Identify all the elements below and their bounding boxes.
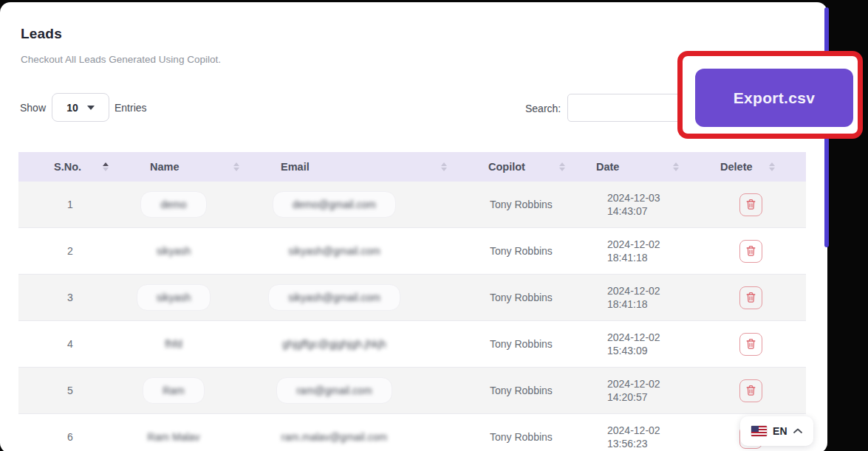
table-body: 1 demo demo@gmail.com Tony Robbins 2024-…: [18, 182, 806, 451]
sno-value: 6: [67, 431, 73, 443]
trash-icon: [745, 338, 756, 350]
cell-email: demo@gmail.com: [259, 182, 462, 227]
name-value: Ram: [163, 385, 185, 396]
copilot-value: Tony Robbins: [490, 292, 553, 303]
leads-table: S.No. Name Email Copilot Date Delete: [18, 152, 806, 451]
delete-button[interactable]: [739, 286, 762, 309]
cell-sno: 2: [18, 228, 122, 274]
page-size-value: 10: [66, 102, 78, 114]
column-header-copilot[interactable]: Copilot: [462, 152, 580, 182]
sno-value: 3: [67, 292, 73, 303]
copilot-value: Tony Robbins: [490, 385, 553, 396]
cell-sno: 6: [18, 414, 122, 451]
export-highlight-annotation: Export.csv: [677, 51, 863, 139]
cell-delete: [713, 368, 806, 413]
column-header-delete[interactable]: Delete: [713, 152, 806, 182]
time-value: 18:41:18: [607, 297, 660, 311]
email-value: sikyash@gmail.com: [288, 245, 380, 257]
cell-copilot: Tony Robbins: [462, 228, 580, 274]
page-title: Leads: [21, 26, 62, 42]
time-value: 15:43:09: [607, 344, 660, 357]
table-row: 4 fhfd ghjgffgc@gjghjgh.jhkjh Tony Robbi…: [18, 321, 806, 368]
cell-delete: [713, 275, 806, 320]
time-value: 14:43:07: [607, 204, 660, 218]
copilot-value: Tony Robbins: [490, 199, 553, 210]
cell-delete: [713, 321, 806, 367]
email-value: demo@gmail.com: [293, 199, 376, 210]
date-value: 2024-12-02: [607, 424, 660, 437]
cell-sno: 3: [18, 275, 122, 320]
cell-name: sikyash: [122, 275, 259, 320]
language-label: EN: [773, 425, 787, 437]
name-value: fhfd: [165, 338, 182, 350]
us-flag-icon: [751, 426, 767, 436]
cell-date: 2024-12-02 18:41:18: [580, 228, 713, 274]
delete-button[interactable]: [739, 240, 762, 263]
cell-name: sikyash: [122, 228, 259, 274]
name-value: Ram Malav: [148, 431, 200, 443]
sno-value: 1: [67, 199, 73, 210]
delete-button[interactable]: [739, 379, 762, 402]
page-size-select[interactable]: 10: [52, 93, 109, 122]
sort-arrows-icon[interactable]: [441, 162, 447, 171]
date-value: 2024-12-03: [607, 191, 660, 204]
time-value: 13:56:23: [607, 437, 660, 450]
cell-name: demo: [122, 182, 259, 227]
cell-date: 2024-12-02 18:41:18: [580, 275, 713, 320]
cell-email: ghjgffgc@gjghjgh.jhkjh: [259, 321, 462, 367]
date-value: 2024-12-02: [607, 377, 660, 390]
trash-icon: [745, 245, 756, 257]
sno-value: 2: [67, 245, 73, 257]
show-label: Show: [20, 102, 46, 114]
export-csv-button[interactable]: Export.csv: [695, 69, 853, 127]
column-header-label: Copilot: [488, 161, 525, 173]
cell-date: 2024-12-03 14:43:07: [580, 182, 713, 227]
cell-name: Ram: [122, 368, 259, 413]
cell-sno: 4: [18, 321, 122, 367]
copilot-value: Tony Robbins: [490, 338, 553, 350]
sort-arrows-icon[interactable]: [559, 162, 565, 171]
column-header-label: S.No.: [54, 161, 81, 173]
chevron-down-icon: [87, 106, 95, 110]
column-header-date[interactable]: Date: [580, 152, 713, 182]
search-label: Search:: [525, 103, 561, 114]
email-value: ram@gmail.com: [296, 385, 372, 396]
cell-name: Ram Malav: [122, 414, 259, 451]
email-value: ghjgffgc@gjghjgh.jhkjh: [282, 338, 386, 350]
language-selector[interactable]: EN: [740, 416, 813, 446]
cell-name: fhfd: [122, 321, 259, 367]
delete-button[interactable]: [739, 333, 762, 356]
entries-label: Entries: [115, 102, 147, 114]
sno-value: 5: [67, 385, 73, 396]
sort-arrows-icon[interactable]: [103, 162, 109, 171]
time-value: 18:41:18: [607, 251, 660, 264]
sort-arrows-icon[interactable]: [673, 162, 679, 171]
email-value: sikyash@gmail.com: [288, 292, 380, 303]
trash-icon: [745, 199, 756, 210]
name-value: sikyash: [157, 292, 191, 303]
column-header-label: Name: [150, 161, 180, 173]
sort-arrows-icon[interactable]: [233, 162, 239, 171]
sno-value: 4: [67, 338, 73, 350]
table-header-row: S.No. Name Email Copilot Date Delete: [18, 152, 806, 182]
column-header-sno[interactable]: S.No.: [18, 152, 122, 182]
cell-copilot: Tony Robbins: [462, 321, 580, 367]
column-header-email[interactable]: Email: [259, 152, 462, 182]
trash-icon: [745, 292, 756, 303]
table-row: 3 sikyash sikyash@gmail.com Tony Robbins…: [18, 275, 806, 321]
column-header-name[interactable]: Name: [122, 152, 259, 182]
table-row: 2 sikyash sikyash@gmail.com Tony Robbins…: [18, 228, 806, 275]
date-value: 2024-12-02: [607, 238, 660, 251]
copilot-value: Tony Robbins: [490, 431, 553, 443]
cell-delete: [713, 182, 806, 227]
cell-copilot: Tony Robbins: [462, 368, 580, 413]
cell-sno: 1: [18, 182, 122, 227]
delete-button[interactable]: [739, 193, 762, 216]
cell-email: ram.malav@gmail.com: [259, 414, 462, 451]
chevron-up-icon: [793, 428, 802, 434]
column-header-label: Email: [281, 161, 310, 173]
sort-arrows-icon[interactable]: [769, 162, 775, 171]
cell-sno: 5: [18, 368, 122, 413]
column-header-label: Date: [596, 161, 619, 173]
cell-delete: [713, 228, 806, 274]
